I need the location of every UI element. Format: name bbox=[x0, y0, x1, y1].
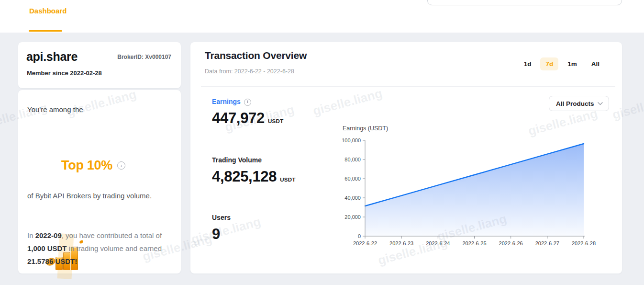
range-button-all[interactable]: All bbox=[586, 57, 605, 70]
range-toggle: 1d7d1mAll bbox=[519, 57, 605, 70]
transaction-overview-card: Transaction Overview Data from: 2022-6-2… bbox=[190, 42, 622, 274]
svg-text:2022-6-26: 2022-6-26 bbox=[499, 240, 523, 246]
rank-percentile: Top 10% bbox=[61, 158, 112, 173]
svg-text:0: 0 bbox=[358, 233, 361, 239]
chart-title: Earnings (USDT) bbox=[343, 125, 388, 132]
header-divider bbox=[201, 86, 615, 87]
chevron-down-icon bbox=[598, 102, 603, 105]
stat-users-label: Users bbox=[212, 214, 231, 221]
stat-users-value: 9 bbox=[212, 226, 220, 243]
stat-earnings-label[interactable]: Earnings bbox=[212, 98, 283, 105]
broker-id: BrokerID: Xv000107 bbox=[117, 54, 171, 60]
earnings-chart: Earnings (USDT) 020,00040,00060,00080,00… bbox=[335, 123, 612, 266]
summary-month: 2022-09 bbox=[35, 231, 62, 239]
profile-card: api.share BrokerID: Xv000107 Member sinc… bbox=[18, 42, 181, 88]
product-filter-value: All Products bbox=[556, 100, 594, 107]
range-button-1m[interactable]: 1m bbox=[562, 57, 582, 70]
product-filter-dropdown[interactable]: All Products bbox=[549, 96, 609, 111]
stat-label-text: Earnings bbox=[212, 98, 241, 105]
summary-earned: 21.5786 USDT! bbox=[27, 257, 77, 265]
stat-earnings-unit: USDT bbox=[268, 118, 284, 124]
stat-earnings-value: 447,972 bbox=[212, 110, 265, 127]
broker-name: api.share bbox=[26, 50, 78, 64]
summary-volume: 1,000 USDT bbox=[27, 244, 67, 252]
svg-text:2022-6-28: 2022-6-28 bbox=[572, 240, 596, 246]
range-button-7d[interactable]: 7d bbox=[540, 57, 558, 70]
svg-text:80,000: 80,000 bbox=[344, 157, 361, 162]
stat-volume-value: 4,825,128 bbox=[212, 168, 277, 185]
svg-text:100,000: 100,000 bbox=[342, 137, 361, 143]
stat-trading-volume: Trading Volume 4,825,128 USDT bbox=[212, 156, 296, 185]
summary-text: , you have contributed a total of bbox=[62, 231, 162, 239]
rank-caption: of Bybit API Brokers by trading volume. bbox=[27, 192, 152, 200]
svg-text:2022-6-25: 2022-6-25 bbox=[462, 240, 486, 246]
rank-row: Top 10% bbox=[61, 158, 125, 173]
summary-text: In bbox=[27, 231, 35, 239]
svg-text:40,000: 40,000 bbox=[344, 195, 361, 201]
rank-card: You're among the Top 10% of Bybit API Br… bbox=[18, 90, 181, 274]
overview-title: Transaction Overview bbox=[205, 50, 307, 61]
monthly-summary: In 2022-09, you have contributed a total… bbox=[27, 229, 171, 268]
earnings-chart-svg: 020,00040,00060,00080,000100,0002022-6-2… bbox=[335, 133, 608, 253]
member-since: Member since 2022-02-28 bbox=[27, 69, 102, 77]
stat-users: Users 9 bbox=[212, 214, 231, 243]
stat-earnings: Earnings 447,972 USDT bbox=[212, 98, 283, 127]
topbar-field[interactable] bbox=[427, 0, 622, 5]
svg-text:20,000: 20,000 bbox=[344, 214, 361, 220]
tab-active-underline bbox=[29, 30, 62, 32]
tab-dashboard[interactable]: Dashboard bbox=[29, 7, 67, 15]
overview-date-range: Data from: 2022-6-22 - 2022-6-28 bbox=[205, 68, 294, 75]
summary-text: in trading volume and earned bbox=[67, 244, 162, 252]
svg-text:60,000: 60,000 bbox=[344, 176, 361, 182]
stat-volume-unit: USDT bbox=[280, 177, 296, 182]
svg-text:2022-6-22: 2022-6-22 bbox=[353, 240, 377, 246]
rank-intro-text: You're among the bbox=[27, 105, 83, 114]
svg-text:2022-6-24: 2022-6-24 bbox=[426, 240, 450, 246]
dashboard-page: Dashboard api.share BrokerID: Xv000107 M… bbox=[0, 0, 644, 285]
rank-info-icon[interactable] bbox=[117, 161, 125, 170]
earnings-info-icon[interactable] bbox=[244, 99, 251, 106]
svg-text:2022-6-27: 2022-6-27 bbox=[535, 240, 559, 246]
stat-volume-label: Trading Volume bbox=[212, 156, 296, 164]
range-button-1d[interactable]: 1d bbox=[519, 57, 537, 70]
topbar: Dashboard bbox=[0, 0, 644, 33]
svg-text:2022-6-23: 2022-6-23 bbox=[389, 240, 413, 246]
